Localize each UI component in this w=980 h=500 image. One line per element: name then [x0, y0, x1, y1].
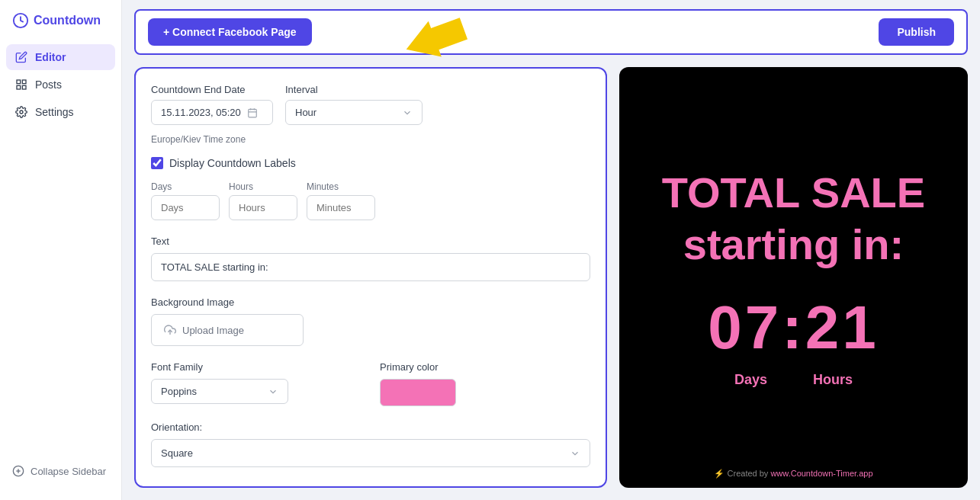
days-label: Days [151, 181, 220, 192]
svg-rect-2 [22, 80, 26, 84]
sidebar-nav: Editor Posts Settings [0, 44, 121, 454]
sidebar-item-settings[interactable]: Settings [6, 99, 115, 125]
hours-group: Hours [229, 181, 297, 220]
bg-image-section: Background Image Upload Image [151, 296, 590, 346]
sidebar: Countdown Editor Posts Settings [0, 0, 122, 500]
text-section: Text [151, 236, 590, 281]
interval-value: Hour [295, 107, 316, 118]
end-date-label: Countdown End Date [151, 84, 273, 95]
chevron-down-icon [268, 386, 278, 397]
upload-icon [164, 324, 176, 336]
datetime-value: 15.11.2023, 05:20 [161, 107, 241, 118]
font-color-row: Font Family Poppins Primary color [151, 361, 590, 406]
label-fields: Days Hours Minutes [151, 181, 590, 220]
publish-button[interactable]: Publish [879, 18, 954, 46]
upload-label: Upload Image [182, 325, 244, 336]
preview-title: TOTAL SALE starting in: [662, 167, 925, 269]
timezone-text: Europe/Kiev Time zone [151, 134, 590, 145]
preview-days-label: Days [734, 372, 767, 388]
sidebar-item-label: Posts [35, 79, 62, 91]
collapse-sidebar-button[interactable]: Collapse Sidebar [12, 460, 109, 482]
color-swatch[interactable] [380, 379, 456, 406]
posts-icon [15, 79, 27, 91]
text-input[interactable] [151, 253, 590, 281]
orientation-section: Orientation: Square [151, 421, 590, 467]
collapse-label: Collapse Sidebar [31, 466, 106, 477]
end-date-group: Countdown End Date 15.11.2023, 05:20 [151, 84, 273, 125]
chevron-down-icon [570, 448, 580, 459]
settings-icon [15, 106, 27, 118]
display-labels-checkbox[interactable] [151, 157, 163, 169]
hours-input[interactable] [229, 195, 297, 220]
app-title: Countdown [34, 14, 101, 27]
display-labels-row: Display Countdown Labels [151, 157, 590, 169]
minutes-label: Minutes [307, 181, 375, 192]
datetime-input-wrapper[interactable]: 15.11.2023, 05:20 [151, 100, 273, 125]
color-label: Primary color [380, 361, 590, 373]
main-content: + Connect Facebook Page Publish [122, 0, 980, 500]
svg-rect-1 [17, 80, 21, 84]
orientation-label: Orientation: [151, 421, 590, 433]
svg-rect-3 [22, 85, 26, 89]
preview-hours-label: Hours [813, 372, 853, 388]
days-group: Days [151, 181, 220, 220]
font-select[interactable]: Poppins [151, 379, 288, 404]
orientation-value: Square [161, 447, 193, 459]
logo-icon [12, 12, 29, 29]
font-value: Poppins [161, 386, 197, 397]
interval-label: Interval [285, 84, 423, 95]
upload-image-button[interactable]: Upload Image [151, 314, 304, 346]
editor-icon [15, 51, 27, 63]
days-input[interactable] [151, 195, 220, 220]
preview-time: 07:21 [708, 293, 879, 363]
date-interval-row: Countdown End Date 15.11.2023, 05:20 Int… [151, 84, 590, 125]
sidebar-item-label: Editor [35, 51, 66, 63]
content-area: Countdown End Date 15.11.2023, 05:20 Int… [122, 55, 980, 500]
minutes-input[interactable] [307, 195, 375, 220]
interval-group: Interval Hour [285, 84, 423, 125]
sidebar-item-posts[interactable]: Posts [6, 72, 115, 98]
font-label: Font Family [151, 361, 361, 373]
text-section-label: Text [151, 236, 590, 247]
preview-labels: Days Hours [734, 372, 853, 388]
display-labels-label: Display Countdown Labels [169, 157, 296, 169]
sidebar-item-editor[interactable]: Editor [6, 44, 115, 70]
chevron-down-icon [402, 107, 413, 118]
preview-footer: ⚡ Created by www.Countdown-Timer.app [714, 469, 872, 479]
preview-panel: TOTAL SALE starting in: 07:21 Days Hours… [619, 67, 968, 488]
orientation-select[interactable]: Square [151, 439, 590, 467]
svg-rect-4 [17, 85, 21, 89]
svg-rect-10 [249, 109, 257, 117]
minutes-group: Minutes [307, 181, 375, 220]
collapse-icon [12, 465, 24, 477]
font-family-group: Font Family Poppins [151, 361, 361, 404]
sidebar-item-label: Settings [35, 106, 74, 118]
app-logo: Countdown [0, 12, 121, 44]
primary-color-group: Primary color [380, 361, 590, 406]
preview-footer-link[interactable]: www.Countdown-Timer.app [770, 469, 872, 478]
connect-facebook-button[interactable]: + Connect Facebook Page [148, 18, 312, 46]
svg-point-5 [20, 111, 23, 114]
editor-panel: Countdown End Date 15.11.2023, 05:20 Int… [134, 67, 607, 488]
bg-image-label: Background Image [151, 296, 590, 308]
interval-select[interactable]: Hour [285, 100, 423, 125]
hours-label: Hours [229, 181, 297, 192]
sidebar-bottom: Collapse Sidebar [0, 454, 121, 488]
calendar-icon [247, 107, 258, 118]
